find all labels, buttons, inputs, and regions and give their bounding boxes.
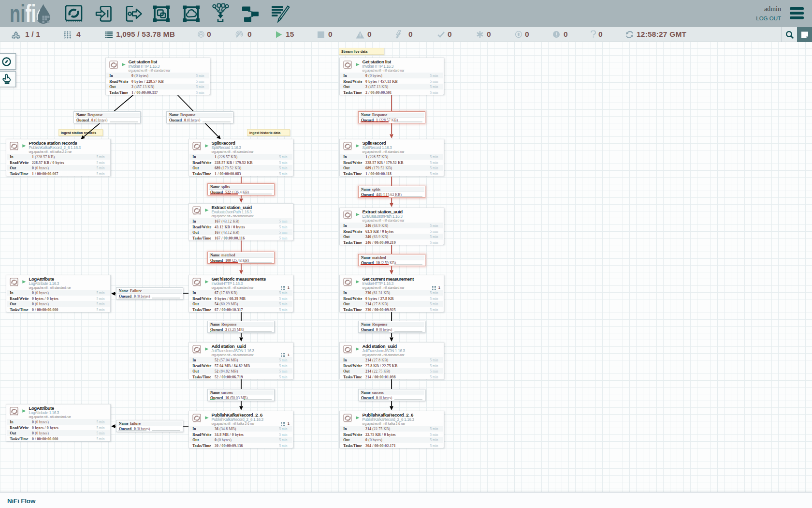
svg-text:fi: fi (25, 3, 36, 25)
svg-text:ni: ni (10, 3, 25, 25)
